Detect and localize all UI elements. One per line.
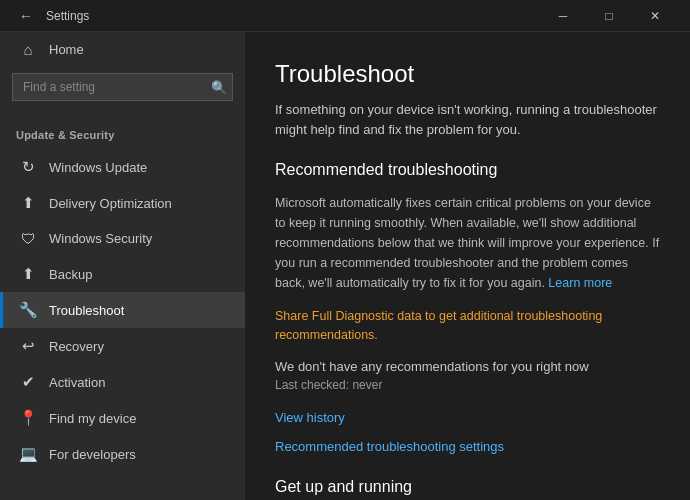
sidebar-item-find-my-device[interactable]: 📍 Find my device: [0, 400, 245, 436]
back-button[interactable]: ←: [12, 2, 40, 30]
get-running-heading: Get up and running: [275, 478, 660, 496]
share-diagnostic-link[interactable]: Share Full Diagnostic data to get additi…: [275, 307, 660, 345]
last-checked-text: Last checked: never: [275, 378, 660, 392]
no-recommendations-text: We don't have any recommendations for yo…: [275, 359, 660, 374]
sidebar-item-recovery[interactable]: ↩ Recovery: [0, 328, 245, 364]
sidebar-item-troubleshoot[interactable]: 🔧 Troubleshoot: [0, 292, 245, 328]
content-area: Troubleshoot If something on your device…: [245, 32, 690, 500]
sidebar-section-title: Update & Security: [0, 111, 245, 149]
sidebar-label-troubleshoot: Troubleshoot: [49, 303, 229, 318]
sidebar-item-windows-security[interactable]: 🛡 Windows Security: [0, 221, 245, 256]
find-device-icon: 📍: [19, 409, 37, 427]
sidebar-item-home[interactable]: ⌂ Home: [0, 32, 245, 67]
sidebar: ⌂ Home 🔍 Update & Security ↻ Windows Upd…: [0, 32, 245, 500]
recommended-body: Microsoft automatically fixes certain cr…: [275, 193, 660, 293]
page-title: Troubleshoot: [275, 60, 660, 88]
learn-more-link[interactable]: Learn more: [548, 276, 612, 290]
sidebar-label-delivery-optimization: Delivery Optimization: [49, 196, 229, 211]
activation-icon: ✔: [19, 373, 37, 391]
recommended-heading: Recommended troubleshooting: [275, 161, 660, 179]
troubleshoot-icon: 🔧: [19, 301, 37, 319]
search-container: 🔍: [12, 73, 233, 101]
main-layout: ⌂ Home 🔍 Update & Security ↻ Windows Upd…: [0, 32, 690, 500]
titlebar-title: Settings: [40, 9, 540, 23]
sidebar-label-for-developers: For developers: [49, 447, 229, 462]
sidebar-label-home: Home: [49, 42, 229, 57]
recommended-settings-link[interactable]: Recommended troubleshooting settings: [275, 439, 660, 454]
home-icon: ⌂: [19, 41, 37, 58]
sidebar-label-windows-security: Windows Security: [49, 231, 229, 246]
sidebar-label-recovery: Recovery: [49, 339, 229, 354]
sidebar-item-delivery-optimization[interactable]: ⬆ Delivery Optimization: [0, 185, 245, 221]
search-icon[interactable]: 🔍: [211, 80, 227, 95]
sidebar-item-windows-update[interactable]: ↻ Windows Update: [0, 149, 245, 185]
windows-security-icon: 🛡: [19, 230, 37, 247]
minimize-button[interactable]: ─: [540, 0, 586, 32]
intro-text: If something on your device isn't workin…: [275, 100, 660, 139]
backup-icon: ⬆: [19, 265, 37, 283]
sidebar-item-for-developers[interactable]: 💻 For developers: [0, 436, 245, 472]
maximize-button[interactable]: □: [586, 0, 632, 32]
windows-update-icon: ↻: [19, 158, 37, 176]
sidebar-item-backup[interactable]: ⬆ Backup: [0, 256, 245, 292]
delivery-optimization-icon: ⬆: [19, 194, 37, 212]
sidebar-label-backup: Backup: [49, 267, 229, 282]
window-controls: ─ □ ✕: [540, 0, 678, 32]
close-button[interactable]: ✕: [632, 0, 678, 32]
back-icon: ←: [19, 8, 33, 24]
titlebar: ← Settings ─ □ ✕: [0, 0, 690, 32]
sidebar-label-activation: Activation: [49, 375, 229, 390]
sidebar-label-find-my-device: Find my device: [49, 411, 229, 426]
sidebar-label-windows-update: Windows Update: [49, 160, 229, 175]
developers-icon: 💻: [19, 445, 37, 463]
view-history-link[interactable]: View history: [275, 410, 660, 425]
sidebar-item-activation[interactable]: ✔ Activation: [0, 364, 245, 400]
search-input[interactable]: [12, 73, 233, 101]
recovery-icon: ↩: [19, 337, 37, 355]
